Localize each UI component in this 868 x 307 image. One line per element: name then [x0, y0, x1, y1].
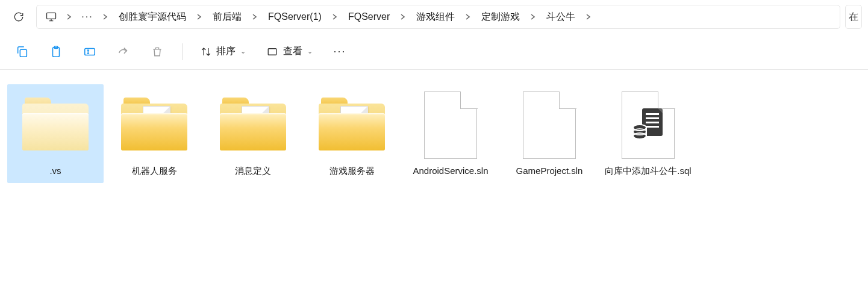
breadcrumb-chevron[interactable]: [249, 14, 261, 20]
item-label: .vs: [49, 165, 61, 177]
refresh-button[interactable]: [6, 5, 31, 29]
file-item[interactable]: 游戏服务器: [304, 84, 400, 183]
folder-icon: [13, 89, 98, 161]
file-item[interactable]: 消息定义: [205, 84, 301, 183]
chevron-down-icon: ⌄: [307, 48, 313, 55]
file-item[interactable]: 机器人服务: [106, 84, 202, 183]
breadcrumb-segment[interactable]: 定制游戏: [474, 5, 527, 28]
breadcrumb-segment[interactable]: FQServer: [341, 5, 397, 28]
svg-rect-8: [646, 113, 659, 115]
folder-icon: [310, 89, 394, 161]
file-item[interactable]: 向库中添加斗公牛.sql: [600, 84, 696, 183]
svg-rect-5: [268, 48, 276, 55]
copy-icon: [16, 45, 29, 58]
folder-icon: [211, 89, 295, 161]
breadcrumb-chevron[interactable]: [329, 14, 341, 20]
search-prefix-text: 在: [849, 11, 858, 23]
copy-button[interactable]: [7, 39, 37, 65]
breadcrumb-chevron[interactable]: [397, 14, 409, 20]
chevron-right-icon: [333, 14, 337, 20]
monitor-icon: [45, 11, 57, 23]
view-label: 查看: [283, 45, 302, 58]
item-label: 消息定义: [235, 165, 271, 177]
divider: [182, 43, 183, 60]
file-grid: .vs机器人服务消息定义游戏服务器AndroidService.slnGameP…: [0, 70, 868, 197]
breadcrumb-chevron[interactable]: [527, 14, 539, 20]
svg-rect-10: [646, 122, 659, 123]
breadcrumb-segment[interactable]: 前后端: [205, 5, 249, 28]
file-icon: [408, 89, 493, 161]
file-item[interactable]: GameProject.sln: [501, 84, 598, 183]
database-doc-icon: [629, 105, 667, 146]
svg-rect-11: [646, 126, 659, 128]
chevron-right-icon: [531, 14, 535, 20]
paste-button[interactable]: [41, 39, 71, 65]
item-label: GameProject.sln: [516, 165, 583, 177]
chevron-right-icon: [586, 14, 591, 20]
chevron-down-icon: ⌄: [240, 48, 246, 55]
breadcrumb-chevron[interactable]: [582, 14, 595, 20]
breadcrumb-chevron[interactable]: [193, 14, 205, 20]
rename-icon: [83, 45, 96, 58]
file-item[interactable]: AndroidService.sln: [402, 84, 499, 183]
view-icon: [266, 46, 278, 57]
breadcrumb[interactable]: ··· 创胜寰宇源代码前后端FQServer(1)FQServer游戏组件定制游…: [36, 5, 840, 29]
chevron-right-icon: [67, 14, 72, 20]
delete-button[interactable]: [142, 39, 172, 65]
item-label: 向库中添加斗公牛.sql: [605, 165, 691, 177]
breadcrumb-segment[interactable]: 游戏组件: [409, 5, 462, 28]
folder-icon: [112, 89, 196, 161]
svg-rect-4: [85, 48, 95, 55]
address-bar: ··· 创胜寰宇源代码前后端FQServer(1)FQServer游戏组件定制游…: [0, 0, 868, 34]
svg-rect-0: [47, 13, 56, 19]
rename-button[interactable]: [75, 39, 105, 65]
sort-button[interactable]: 排序 ⌄: [192, 39, 254, 65]
sql-file-icon: [606, 89, 690, 161]
view-button[interactable]: 查看 ⌄: [258, 39, 321, 65]
svg-rect-1: [20, 49, 27, 57]
item-label: 机器人服务: [132, 165, 177, 177]
chevron-right-icon: [197, 14, 202, 20]
chevron-right-icon: [401, 14, 405, 20]
more-button[interactable]: ···: [325, 39, 355, 65]
search-box-partial[interactable]: 在: [845, 5, 862, 29]
breadcrumb-overflow[interactable]: ···: [75, 11, 99, 22]
breadcrumb-chevron[interactable]: [99, 14, 111, 20]
file-icon: [507, 89, 592, 161]
svg-rect-9: [646, 117, 659, 119]
chevron-right-icon: [103, 14, 108, 20]
chevron-right-icon: [252, 14, 257, 20]
item-label: AndroidService.sln: [413, 165, 488, 177]
breadcrumb-chevron[interactable]: [63, 14, 75, 20]
trash-icon: [151, 45, 163, 58]
toolbar: 排序 ⌄ 查看 ⌄ ···: [0, 34, 868, 70]
breadcrumb-chevron[interactable]: [462, 14, 474, 20]
chevron-right-icon: [466, 14, 470, 20]
item-label: 游戏服务器: [329, 165, 375, 177]
share-button[interactable]: [108, 39, 139, 65]
this-pc-icon[interactable]: [39, 5, 63, 28]
paste-icon: [49, 45, 63, 58]
file-item[interactable]: .vs: [7, 84, 104, 183]
breadcrumb-segment[interactable]: 斗公牛: [539, 5, 582, 28]
sort-icon: [201, 46, 211, 57]
breadcrumb-segment[interactable]: FQServer(1): [261, 5, 329, 28]
refresh-icon: [13, 11, 24, 22]
breadcrumb-segment[interactable]: 创胜寰宇源代码: [111, 5, 193, 28]
share-icon: [117, 45, 130, 58]
sort-label: 排序: [216, 45, 236, 58]
